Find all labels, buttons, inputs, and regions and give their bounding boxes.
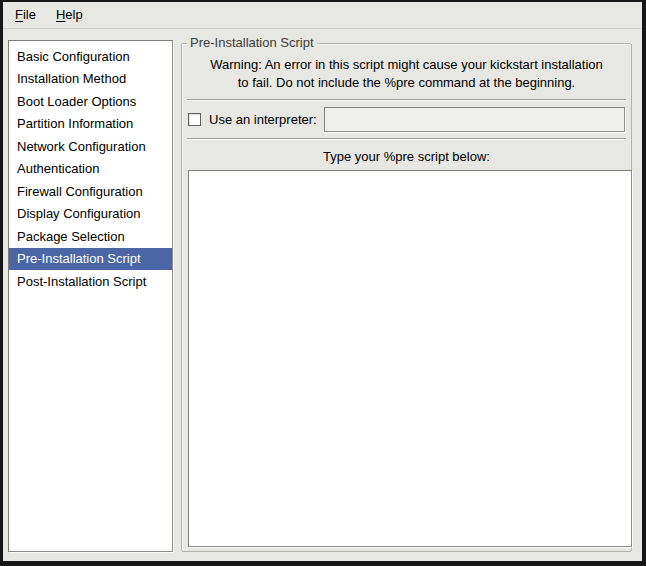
sidebar-item-pre-installation-script[interactable]: Pre-Installation Script xyxy=(9,248,172,271)
menu-file-accel: F xyxy=(15,7,23,22)
pre-installation-script-panel: Pre-Installation Script Warning: An erro… xyxy=(181,43,632,552)
sidebar-item-label: Boot Loader Options xyxy=(17,94,136,109)
sidebar-item-label: Pre-Installation Script xyxy=(17,251,141,266)
sidebar-item-partition-information[interactable]: Partition Information xyxy=(9,113,172,136)
sidebar-item-package-selection[interactable]: Package Selection xyxy=(9,225,172,248)
menu-help-accel: H xyxy=(56,7,65,22)
separator xyxy=(187,99,626,101)
window-content: File Help Basic Configuration Installati… xyxy=(3,2,642,561)
sidebar-item-label: Display Configuration xyxy=(17,206,141,221)
sidebar-item-label: Post-Installation Script xyxy=(17,274,146,289)
script-instruction-label: Type your %pre script below: xyxy=(182,149,631,164)
menu-help-label: elp xyxy=(65,7,82,22)
sidebar-item-label: Partition Information xyxy=(17,116,133,131)
warning-text: Warning: An error in this script might c… xyxy=(186,56,627,92)
panel-title: Pre-Installation Script xyxy=(187,35,317,50)
sidebar-item-network-configuration[interactable]: Network Configuration xyxy=(9,135,172,158)
sidebar-item-installation-method[interactable]: Installation Method xyxy=(9,68,172,91)
warning-line-1: Warning: An error in this script might c… xyxy=(186,56,627,74)
sidebar-item-display-configuration[interactable]: Display Configuration xyxy=(9,203,172,226)
sidebar-item-basic-configuration[interactable]: Basic Configuration xyxy=(9,45,172,68)
sidebar-item-label: Basic Configuration xyxy=(17,49,130,64)
sidebar-item-authentication[interactable]: Authentication xyxy=(9,158,172,181)
menubar: File Help xyxy=(3,2,642,29)
interpreter-input[interactable] xyxy=(324,107,625,132)
sidebar-item-boot-loader-options[interactable]: Boot Loader Options xyxy=(9,90,172,113)
sidebar-item-firewall-configuration[interactable]: Firewall Configuration xyxy=(9,180,172,203)
use-interpreter-label: Use an interpreter: xyxy=(209,112,317,127)
sidebar-list: Basic Configuration Installation Method … xyxy=(8,40,173,552)
sidebar-item-label: Authentication xyxy=(17,161,99,176)
use-interpreter-checkbox[interactable] xyxy=(188,113,201,126)
menu-file-label: ile xyxy=(23,7,36,22)
sidebar-item-label: Firewall Configuration xyxy=(17,184,143,199)
sidebar-item-label: Installation Method xyxy=(17,71,126,86)
warning-line-2: to fail. Do not include the %pre command… xyxy=(186,74,627,92)
sidebar-item-post-installation-script[interactable]: Post-Installation Script xyxy=(9,270,172,293)
separator xyxy=(187,138,626,140)
interpreter-row: Use an interpreter: xyxy=(188,106,625,133)
menu-help[interactable]: Help xyxy=(46,4,93,26)
menu-file[interactable]: File xyxy=(5,4,46,26)
script-textarea[interactable] xyxy=(188,170,632,547)
sidebar-item-label: Network Configuration xyxy=(17,139,146,154)
sidebar-item-label: Package Selection xyxy=(17,229,125,244)
window: File Help Basic Configuration Installati… xyxy=(0,0,646,566)
